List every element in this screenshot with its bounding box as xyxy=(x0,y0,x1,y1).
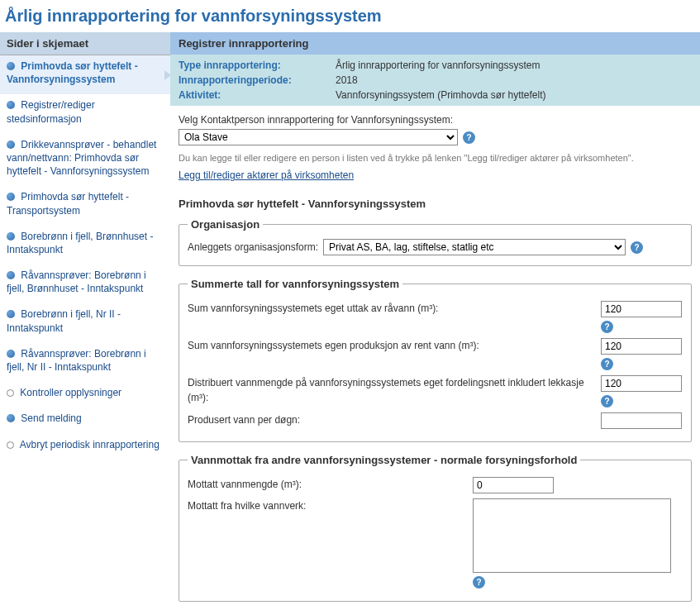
sums-row4-label: Produsert vann per døgn: xyxy=(188,412,601,427)
sidebar-item[interactable]: Primhovda sør hyttefelt - Vannforsynings… xyxy=(0,55,170,94)
bullet-icon xyxy=(7,193,15,201)
intake-row2-textarea[interactable] xyxy=(473,498,671,573)
organisation-legend: Organisasjon xyxy=(188,218,263,231)
intake-row1-input[interactable] xyxy=(473,477,554,493)
sums-row1-label: Sum vannforsyningssystemets eget uttak a… xyxy=(188,301,601,316)
sums-row3-label: Distribuert vannmengde på vannforsynings… xyxy=(188,375,601,405)
contact-label: Velg Kontaktperson innrapportering for V… xyxy=(179,114,692,126)
bullet-icon xyxy=(7,350,15,358)
organisation-fieldset: Organisasjon Anleggets organisasjonsform… xyxy=(179,218,692,266)
bullet-icon xyxy=(7,101,15,109)
sums-fieldset: Summerte tall for vannforsyningssystem S… xyxy=(179,278,692,442)
main-panel: Registrer innrapportering Type innrappor… xyxy=(170,32,700,610)
page-title: Årlig innrapportering for vannforsynings… xyxy=(0,0,700,32)
intake-legend: Vannmottak fra andre vannforsyningssyste… xyxy=(188,454,580,466)
sidebar-link[interactable]: Borebrønn i fjell, Nr II - Inntakspunkt xyxy=(7,308,121,333)
intake-row2-label: Mottatt fra hvilke vannverk: xyxy=(188,498,473,513)
sidebar-item[interactable]: Råvannsprøver: Borebrønn i fjell, Brønnh… xyxy=(0,264,170,303)
intake-fieldset: Vannmottak fra andre vannforsyningssyste… xyxy=(179,454,692,602)
sidebar-item[interactable]: Primhovda sør hyttefelt - Transportsyste… xyxy=(0,186,170,225)
info-box: Type innrapportering: Årlig innrapporter… xyxy=(170,55,700,106)
sidebar-link[interactable]: Råvannsprøver: Borebrønn i fjell, Brønnh… xyxy=(7,269,146,294)
section-title: Primhovda sør hyttefelt - Vannforsynings… xyxy=(179,198,692,210)
sidebar-item[interactable]: Drikkevannsprøver - behandlet vann/nettv… xyxy=(0,134,170,187)
org-form-select[interactable]: Privat AS, BA, lag, stiftelse, statlig e… xyxy=(323,239,626,255)
sidebar-item[interactable]: Borebrønn i fjell, Nr II - Inntakspunkt xyxy=(0,303,170,342)
sidebar-item[interactable]: Avbryt periodisk innrapportering xyxy=(0,434,170,460)
help-icon[interactable]: ? xyxy=(601,321,613,333)
sums-legend: Summerte tall for vannforsyningssystem xyxy=(188,278,402,290)
sidebar-item[interactable]: Send melding xyxy=(0,407,170,433)
info-period-label: Innrapporteringperiode: xyxy=(179,74,336,86)
bullet-icon xyxy=(7,271,15,279)
sums-row2-label: Sum vannforsyningssystemets egen produks… xyxy=(188,338,601,353)
sums-row3-input[interactable] xyxy=(601,375,682,392)
contact-hint: Du kan legge til eller redigere en perso… xyxy=(179,152,692,164)
sidebar-link[interactable]: Avbryt periodisk innrapportering xyxy=(17,439,160,450)
bullet-icon xyxy=(7,310,15,318)
help-icon[interactable]: ? xyxy=(463,131,475,144)
sidebar-item[interactable]: Råvannsprøver: Borebrønn i fjell, Nr II … xyxy=(0,343,170,382)
main-header: Registrer innrapportering xyxy=(170,32,700,55)
info-activity-value: Vannforsyningssystem (Primhovda sør hytt… xyxy=(336,89,546,101)
sums-row2-input[interactable] xyxy=(601,338,682,355)
bullet-icon xyxy=(7,62,15,70)
sums-row4-input[interactable] xyxy=(601,412,682,429)
sidebar-link[interactable]: Borebrønn i fjell, Brønnhuset - Inntaksp… xyxy=(7,231,153,255)
bullet-icon xyxy=(7,232,15,241)
help-icon[interactable]: ? xyxy=(601,395,613,407)
info-period-value: 2018 xyxy=(336,74,358,86)
sidebar-link[interactable]: Send melding xyxy=(18,412,82,424)
org-form-label: Anleggets organisasjonsform: xyxy=(188,241,318,253)
bullet-icon xyxy=(7,441,14,449)
bullet-icon xyxy=(7,141,15,149)
help-icon[interactable]: ? xyxy=(601,358,613,370)
info-activity-label: Aktivitet: xyxy=(179,89,336,101)
sidebar-link[interactable]: Registrer/rediger stedsinformasjon xyxy=(7,99,95,124)
sidebar-link[interactable]: Primhovda sør hyttefelt - Transportsyste… xyxy=(7,191,129,216)
sidebar-link[interactable]: Drikkevannsprøver - behandlet vann/nettv… xyxy=(7,139,156,177)
help-icon[interactable]: ? xyxy=(473,576,485,589)
sidebar-link[interactable]: Primhovda sør hyttefelt - Vannforsynings… xyxy=(7,60,138,85)
info-type-label: Type innrapportering: xyxy=(179,60,336,71)
help-icon[interactable]: ? xyxy=(631,241,643,254)
sidebar-header: Sider i skjemaet xyxy=(0,32,170,55)
sidebar-item[interactable]: Registrer/rediger stedsinformasjon xyxy=(0,94,170,133)
edit-actors-link[interactable]: Legg til/rediger aktører på virksomheten xyxy=(179,169,354,181)
sidebar-link[interactable]: Kontroller opplysninger xyxy=(17,387,121,398)
bullet-icon xyxy=(7,414,15,422)
sidebar-item[interactable]: Borebrønn i fjell, Brønnhuset - Inntaksp… xyxy=(0,226,170,264)
sidebar-link[interactable]: Råvannsprøver: Borebrønn i fjell, Nr II … xyxy=(7,348,146,373)
bullet-icon xyxy=(7,389,14,397)
sidebar-item[interactable]: Kontroller opplysninger xyxy=(0,382,170,407)
info-type-value: Årlig innrapportering for vannforsynings… xyxy=(336,60,540,71)
sums-row1-input[interactable] xyxy=(601,301,682,317)
intake-row1-label: Mottatt vannmengde (m³): xyxy=(188,477,473,492)
sidebar: Sider i skjemaet Primhovda sør hyttefelt… xyxy=(0,32,170,610)
contact-select[interactable]: Ola Stave xyxy=(179,129,458,145)
